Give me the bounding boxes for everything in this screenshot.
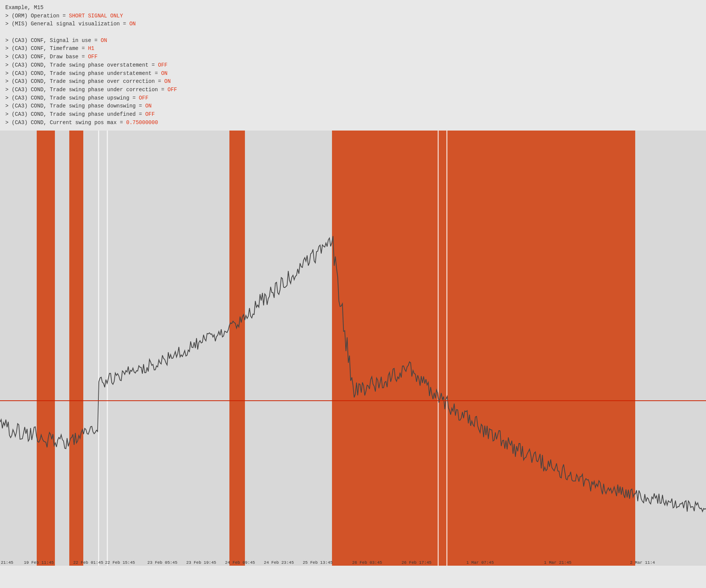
price-line xyxy=(0,236,706,512)
line-value: ON xyxy=(129,21,136,27)
line-value: ON xyxy=(145,103,152,109)
line-prefix: > (CA3) COND, Trade swing phase upswing … xyxy=(5,95,139,101)
time-label-6: 24 Feb 09:45 xyxy=(225,560,255,565)
info-line-l14: > (CA3) COND, Trade swing phase undefine… xyxy=(5,110,701,119)
line-prefix: > (ORM) Operation = xyxy=(5,13,69,19)
time-label-0: 21:45 xyxy=(1,560,13,565)
line-value: OFF xyxy=(145,111,155,117)
time-label-1: 19 Feb 11:45 xyxy=(24,560,54,565)
info-line-l4 xyxy=(5,28,701,37)
time-label-9: 26 Feb 03:45 xyxy=(352,560,382,565)
time-label-10: 26 Feb 17:45 xyxy=(402,560,432,565)
info-line-l10: > (CA3) COND, Trade swing phase over cor… xyxy=(5,78,701,86)
line-value: ON xyxy=(161,70,168,76)
time-axis: 21:4519 Feb 11:4522 Feb 01:4522 Feb 15:4… xyxy=(0,557,706,566)
line-value: SHORT SIGNAL ONLY xyxy=(69,13,123,19)
info-line-l7: > (CA3) CONF, Draw base = OFF xyxy=(5,53,701,61)
line-value: 0.75000000 xyxy=(126,120,158,126)
info-line-l1: Example, M15 xyxy=(5,4,701,12)
info-line-l12: > (CA3) COND, Trade swing phase upswing … xyxy=(5,94,701,103)
line-value: ON xyxy=(164,78,171,84)
line-prefix: > (CA3) CONF, Signal in use = xyxy=(5,37,101,44)
price-chart-svg xyxy=(0,131,706,566)
time-label-13: 2 Mar 11:4 xyxy=(630,560,655,565)
title-text: Example, M15 xyxy=(5,5,44,11)
line-prefix: > (CA3) COND, Trade swing phase downswin… xyxy=(5,103,145,109)
time-label-3: 22 Feb 15:45 xyxy=(105,560,135,565)
time-label-4: 23 Feb 05:45 xyxy=(147,560,177,565)
time-label-5: 23 Feb 19:45 xyxy=(186,560,216,565)
time-label-7: 24 Feb 23:45 xyxy=(264,560,294,565)
time-label-2: 22 Feb 01:45 xyxy=(73,560,103,565)
time-label-8: 25 Feb 13:45 xyxy=(303,560,333,565)
info-line-l6: > (CA3) CONF, Timeframe = H1 xyxy=(5,45,701,53)
info-line-l8: > (CA3) COND, Trade swing phase overstat… xyxy=(5,61,701,70)
line-prefix: > (MIS) General signal visualization = xyxy=(5,21,129,27)
line-value: OFF xyxy=(88,54,97,60)
info-line-l11: > (CA3) COND, Trade swing phase under co… xyxy=(5,86,701,94)
line-value: OFF xyxy=(139,95,148,101)
line-prefix: > (CA3) CONF, Timeframe = xyxy=(5,45,88,51)
line-value: H1 xyxy=(88,45,94,51)
line-value: ON xyxy=(101,37,107,44)
line-prefix: > (CA3) CONF, Draw base = xyxy=(5,54,88,60)
chart-container: 21:4519 Feb 11:4522 Feb 01:4522 Feb 15:4… xyxy=(0,131,706,566)
info-line-l9: > (CA3) COND, Trade swing phase understa… xyxy=(5,70,701,78)
line-value: OFF xyxy=(158,62,167,68)
info-panel: Example, M15> (ORM) Operation = SHORT SI… xyxy=(0,0,706,131)
info-line-l13: > (CA3) COND, Trade swing phase downswin… xyxy=(5,102,701,110)
line-prefix: > (CA3) COND, Trade swing phase over cor… xyxy=(5,78,164,84)
line-value: OFF xyxy=(167,87,177,93)
line-prefix: > (CA3) COND, Trade swing phase under co… xyxy=(5,87,167,93)
line-prefix: > (CA3) COND, Trade swing phase understa… xyxy=(5,70,161,76)
time-label-11: 1 Mar 07:45 xyxy=(466,560,494,565)
time-label-12: 1 Mar 21:45 xyxy=(544,560,572,565)
price-level-line xyxy=(0,400,706,401)
line-prefix: > (CA3) COND, Current swing pos max = xyxy=(5,120,126,126)
line-prefix: > (CA3) COND, Trade swing phase overstat… xyxy=(5,62,158,68)
line-prefix: > (CA3) COND, Trade swing phase undefine… xyxy=(5,111,145,117)
info-line-l15: > (CA3) COND, Current swing pos max = 0.… xyxy=(5,119,701,127)
info-line-l3: > (MIS) General signal visualization = O… xyxy=(5,20,701,28)
info-line-l2: > (ORM) Operation = SHORT SIGNAL ONLY xyxy=(5,12,701,20)
info-line-l5: > (CA3) CONF, Signal in use = ON xyxy=(5,37,701,45)
